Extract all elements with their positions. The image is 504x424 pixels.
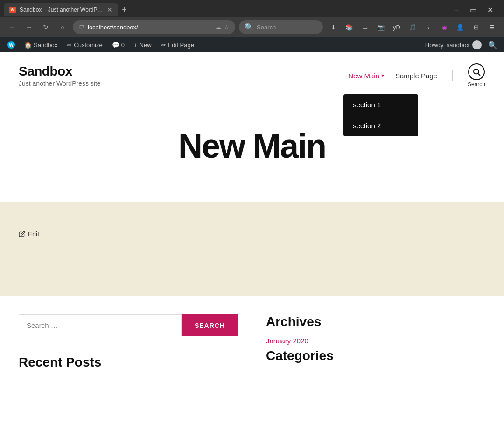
search-submit-label: SEARCH: [195, 322, 225, 329]
edit-icon: ✏: [161, 42, 166, 49]
search-submit-button[interactable]: SEARCH: [182, 314, 238, 336]
customize-admin-item[interactable]: ✏ Customize: [63, 37, 106, 52]
comments-count: 0: [121, 42, 125, 49]
site-tagline: Just another WordPress site: [19, 80, 101, 87]
sandbox-house-icon: 🏠: [24, 42, 32, 49]
right-column: Archives January 2020 Categories: [266, 314, 485, 377]
sandbox-label: Sandbox: [34, 42, 57, 49]
dropdown-item-section1[interactable]: section 1: [343, 94, 418, 115]
user-avatar: [472, 40, 482, 49]
site-search-button[interactable]: Search: [468, 63, 485, 88]
search-widget: SEARCH: [19, 314, 238, 336]
edit-pencil-icon: [19, 231, 25, 237]
admin-bar-right: Howdy, sandbox 🔍: [421, 37, 500, 52]
wp-logo-icon: W: [7, 41, 15, 49]
account-icon[interactable]: 👤: [454, 21, 467, 34]
recent-posts-title: Recent Posts: [19, 355, 238, 370]
minimize-button[interactable]: –: [450, 3, 463, 16]
wp-admin-bar: W 🏠 Sandbox ✏ Customize 💬 0 + New ✏ Edit…: [0, 37, 504, 52]
site-hero: New Main: [0, 99, 504, 202]
chevron-down-icon: ▾: [381, 72, 384, 79]
wp-logo-item[interactable]: W: [4, 37, 19, 52]
browser-chrome: W Sandbox – Just another WordP… ✕ + – ▭ …: [0, 0, 504, 37]
new-label: New: [140, 42, 152, 49]
profile-icon[interactable]: yD: [390, 21, 403, 34]
two-column-layout: SEARCH Recent Posts Archives January 202…: [19, 314, 485, 377]
search-bar-text: Search: [257, 24, 276, 31]
nav-menu: New Main ▾ section 1 section 2 Sample Pa…: [348, 72, 437, 80]
back-button[interactable]: ←: [6, 21, 19, 34]
forward-button[interactable]: →: [22, 21, 35, 34]
edit-label: Edit: [28, 230, 39, 238]
howdy-item[interactable]: Howdy, sandbox: [421, 40, 485, 49]
star-icon[interactable]: ☆: [224, 24, 230, 31]
browser-nav-icons: ⬇ 📚 ▭ 📷 yD 🎵 ‹ ◉ 👤 ⊞ ☰: [327, 21, 498, 34]
home-button[interactable]: ⌂: [56, 21, 69, 34]
nav-item-sample-page-label: Sample Page: [395, 72, 437, 80]
maximize-button[interactable]: ▭: [467, 3, 480, 16]
hamburger-menu[interactable]: ☰: [485, 21, 498, 34]
active-tab[interactable]: W Sandbox – Just another WordP… ✕: [4, 3, 118, 16]
left-column: SEARCH Recent Posts: [19, 314, 238, 377]
search-input[interactable]: [19, 314, 182, 336]
download-icon[interactable]: ⬇: [327, 21, 340, 34]
nav-divider: [452, 70, 453, 81]
pocket-icon[interactable]: ☁: [215, 24, 221, 31]
sandbox-admin-item[interactable]: 🏠 Sandbox: [21, 37, 61, 52]
browser-search-bar[interactable]: 🔍 Search: [239, 20, 323, 34]
site-nav: New Main ▾ section 1 section 2 Sample Pa…: [348, 63, 485, 88]
site-header: Sandbox Just another WordPress site New …: [0, 52, 504, 99]
search-circle-icon: [468, 63, 485, 80]
svg-line-1: [478, 73, 480, 75]
address-actions: ··· ☁ ☆: [207, 24, 230, 31]
nav-item-sample-page[interactable]: Sample Page: [395, 72, 437, 80]
more-icon[interactable]: ···: [207, 24, 212, 31]
howdy-text: Howdy, sandbox: [425, 42, 469, 49]
nav-item-new-main[interactable]: New Main ▾: [348, 72, 384, 80]
refresh-button[interactable]: ↻: [39, 21, 52, 34]
admin-search-button[interactable]: 🔍: [485, 37, 500, 52]
prev-button[interactable]: ‹: [422, 21, 435, 34]
nav-item-new-main-label: New Main: [348, 72, 379, 80]
edit-page-admin-item[interactable]: ✏ Edit Page: [157, 37, 198, 52]
nav-dropdown-menu: section 1 section 2: [343, 94, 418, 136]
tab-close-button[interactable]: ✕: [107, 6, 112, 14]
tab-title: Sandbox – Just another WordP…: [20, 7, 103, 13]
comments-icon: 💬: [112, 42, 119, 49]
screenshot-icon[interactable]: 📷: [374, 21, 387, 34]
search-label: Search: [468, 81, 485, 88]
search-icon: 🔍: [245, 23, 254, 32]
customize-icon: ✏: [67, 42, 72, 49]
nav-bar: ← → ↻ ⌂ 🛡 localhost/sandbox/ ··· ☁ ☆ 🔍 S…: [0, 17, 504, 37]
plus-icon: +: [134, 42, 138, 49]
tab-bar: W Sandbox – Just another WordP… ✕ + – ▭ …: [0, 0, 504, 17]
customize-label: Customize: [74, 42, 102, 49]
content-area: Edit: [0, 202, 504, 296]
archive-link-jan2020[interactable]: January 2020: [266, 337, 485, 345]
extensions-icon[interactable]: ⊞: [469, 21, 483, 34]
edit-link[interactable]: Edit: [19, 230, 39, 238]
settings-icon-1[interactable]: 🎵: [406, 21, 419, 34]
site-title[interactable]: Sandbox: [19, 64, 101, 79]
archives-title: Archives: [266, 314, 485, 329]
new-tab-button[interactable]: +: [118, 3, 131, 16]
categories-title: Categories: [266, 348, 485, 363]
close-button[interactable]: ✕: [483, 3, 497, 16]
dropdown-item-section2[interactable]: section 2: [343, 115, 418, 136]
edit-page-label: Edit Page: [168, 42, 194, 49]
archive-link-label: January 2020: [266, 337, 308, 345]
comments-admin-item[interactable]: 💬 0: [108, 37, 128, 52]
reader-icon[interactable]: ▭: [358, 21, 371, 34]
address-text: localhost/sandbox/: [88, 24, 203, 31]
main-content: SEARCH Recent Posts Archives January 202…: [0, 296, 504, 396]
site-branding: Sandbox Just another WordPress site: [19, 64, 101, 87]
library-icon[interactable]: 📚: [343, 21, 356, 34]
address-bar[interactable]: 🛡 localhost/sandbox/ ··· ☁ ☆: [73, 20, 235, 34]
new-admin-item[interactable]: + New: [130, 37, 155, 52]
lock-icon: 🛡: [78, 24, 84, 30]
nav-item-new-main-container: New Main ▾ section 1 section 2: [348, 72, 384, 80]
color-icon[interactable]: ◉: [438, 21, 451, 34]
tab-favicon: W: [9, 7, 16, 13]
